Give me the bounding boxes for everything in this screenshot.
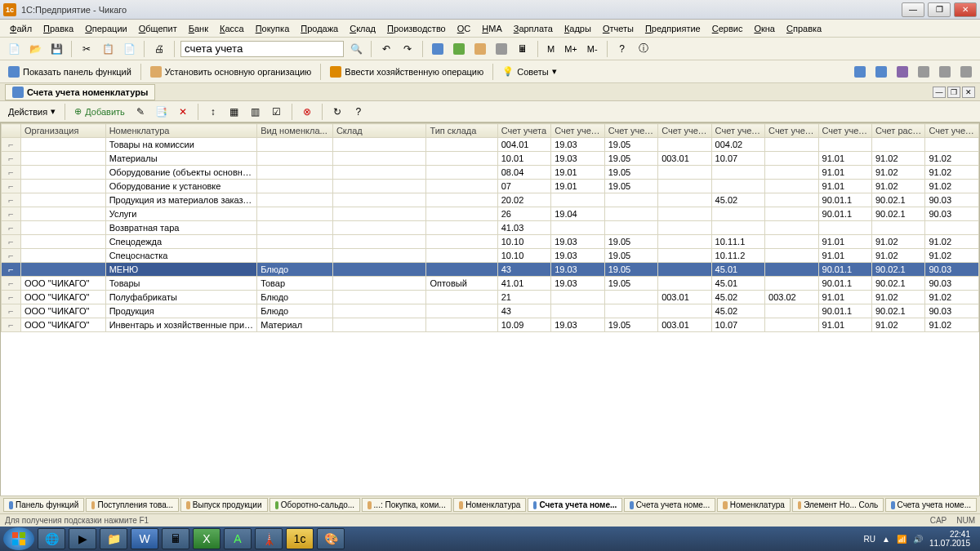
save-icon[interactable]: 💾 bbox=[47, 40, 65, 58]
m-button[interactable]: M bbox=[544, 40, 558, 58]
bottom-tab[interactable]: Номенклатура bbox=[717, 498, 791, 512]
table-cell[interactable] bbox=[21, 263, 106, 277]
table-cell[interactable]: 19.03 bbox=[551, 277, 604, 291]
table-cell[interactable] bbox=[711, 221, 764, 235]
table-cell[interactable] bbox=[658, 221, 711, 235]
menu-item[interactable]: Файл bbox=[5, 22, 37, 35]
table-cell[interactable]: ⌐ bbox=[2, 152, 21, 166]
table-row[interactable]: ⌐ООО "ЧИКАГО"ПолуфабрикатыБлюдо21003.014… bbox=[2, 291, 979, 304]
task-app[interactable]: A bbox=[224, 528, 252, 549]
task-excel[interactable]: X bbox=[193, 528, 220, 549]
table-cell[interactable]: 90.03 bbox=[925, 193, 979, 207]
bottom-tab[interactable]: Оборотно-сальдо... bbox=[270, 498, 361, 512]
column-header[interactable]: Номенклатура bbox=[105, 124, 256, 138]
table-cell[interactable]: 91.01 bbox=[818, 249, 871, 263]
table-cell[interactable] bbox=[872, 138, 925, 152]
table-cell[interactable]: ООО "ЧИКАГО" bbox=[21, 318, 106, 332]
task-1c[interactable]: 1c bbox=[286, 528, 314, 549]
table-row[interactable]: ⌐Услуги2619.0490.01.190.02.190.03 bbox=[2, 207, 979, 221]
table-cell[interactable]: 90.02.1 bbox=[872, 263, 925, 277]
table-cell[interactable] bbox=[658, 180, 711, 193]
tray-volume-icon[interactable]: 🔊 bbox=[913, 535, 923, 544]
search-icon[interactable]: 🔍 bbox=[347, 40, 365, 58]
table-cell[interactable]: 91.02 bbox=[872, 318, 925, 332]
table-cell[interactable]: 91.02 bbox=[925, 249, 979, 263]
info-icon[interactable]: ⓘ bbox=[635, 40, 653, 58]
table-cell[interactable]: 19.03 bbox=[551, 138, 604, 152]
mplus-button[interactable]: M+ bbox=[561, 40, 581, 58]
table-row[interactable]: ⌐Материалы10.0119.0319.05003.0110.0791.0… bbox=[2, 152, 979, 166]
table-cell[interactable]: 08.04 bbox=[497, 166, 550, 180]
table-cell[interactable] bbox=[765, 180, 818, 193]
table-cell[interactable]: 91.02 bbox=[925, 318, 979, 332]
table-cell[interactable]: 19.05 bbox=[604, 180, 657, 193]
table-cell[interactable]: 90.02.1 bbox=[872, 193, 925, 207]
table-cell[interactable] bbox=[658, 235, 711, 249]
table-cell[interactable] bbox=[257, 207, 333, 221]
table-cell[interactable]: ⌐ bbox=[2, 138, 21, 152]
help-icon[interactable]: ? bbox=[350, 103, 368, 121]
table-cell[interactable]: 90.02.1 bbox=[872, 207, 925, 221]
table-cell[interactable] bbox=[765, 249, 818, 263]
table-cell[interactable] bbox=[426, 318, 497, 332]
table-cell[interactable] bbox=[551, 291, 604, 304]
menu-item[interactable]: Окна bbox=[749, 22, 780, 35]
column-header[interactable]: Счет учет... bbox=[925, 124, 979, 138]
table-cell[interactable]: ООО "ЧИКАГО" bbox=[21, 304, 106, 318]
table-cell[interactable]: ⌐ bbox=[2, 277, 21, 291]
table-cell[interactable]: 91.02 bbox=[872, 249, 925, 263]
task-calc[interactable]: 🖩 bbox=[162, 528, 189, 549]
delete-icon[interactable]: ✕ bbox=[174, 103, 192, 121]
table-row[interactable]: ⌐Спецоснастка10.1019.0319.0510.11.291.01… bbox=[2, 249, 979, 263]
clear-filter-icon[interactable]: ⊗ bbox=[298, 103, 316, 121]
table-cell[interactable] bbox=[658, 207, 711, 221]
menu-item[interactable]: НМА bbox=[477, 22, 506, 35]
bottom-tab[interactable]: Панель функций bbox=[3, 498, 84, 512]
table-cell[interactable]: 10.07 bbox=[711, 318, 764, 332]
table-cell[interactable]: Услуги bbox=[105, 207, 256, 221]
new-icon[interactable]: 📄 bbox=[5, 40, 23, 58]
table-cell[interactable] bbox=[426, 166, 497, 180]
table-cell[interactable]: 90.02.1 bbox=[872, 304, 925, 318]
menu-item[interactable]: Продажа bbox=[296, 22, 343, 35]
table-cell[interactable]: 90.03 bbox=[925, 277, 979, 291]
table-cell[interactable]: 45.02 bbox=[711, 291, 764, 304]
table-cell[interactable]: ООО "ЧИКАГО" bbox=[21, 277, 106, 291]
table-cell[interactable]: 003.02 bbox=[765, 291, 818, 304]
table-cell[interactable]: 91.01 bbox=[818, 152, 871, 166]
table-cell[interactable] bbox=[332, 193, 426, 207]
table-cell[interactable]: Материал bbox=[257, 318, 333, 332]
table-cell[interactable] bbox=[765, 166, 818, 180]
table-cell[interactable] bbox=[711, 180, 764, 193]
table-cell[interactable] bbox=[332, 304, 426, 318]
table-cell[interactable]: 19.01 bbox=[551, 166, 604, 180]
table-cell[interactable]: 19.05 bbox=[604, 166, 657, 180]
table-row[interactable]: ⌐ООО "ЧИКАГО"ПродукцияБлюдо4345.0290.01.… bbox=[2, 304, 979, 318]
table-cell[interactable] bbox=[21, 249, 106, 263]
system-tray[interactable]: RU ▲ 📶 🔊 22:4111.07.2015 bbox=[864, 530, 977, 548]
table-cell[interactable] bbox=[257, 235, 333, 249]
table-cell[interactable] bbox=[426, 249, 497, 263]
table-cell[interactable] bbox=[658, 304, 711, 318]
table-cell[interactable]: Товары на комиссии bbox=[105, 138, 256, 152]
table-cell[interactable] bbox=[257, 249, 333, 263]
table-cell[interactable] bbox=[765, 304, 818, 318]
close-button[interactable]: ✕ bbox=[954, 2, 977, 17]
table-cell[interactable] bbox=[551, 193, 604, 207]
table-cell[interactable]: 91.02 bbox=[872, 152, 925, 166]
column-header[interactable]: Счет учета... bbox=[658, 124, 711, 138]
task-media[interactable]: ▶ bbox=[69, 528, 96, 549]
start-button[interactable] bbox=[3, 527, 34, 550]
table-cell[interactable]: 90.03 bbox=[925, 263, 979, 277]
tray-network-icon[interactable]: 📶 bbox=[897, 535, 906, 544]
table-cell[interactable]: 43 bbox=[497, 304, 550, 318]
table-cell[interactable]: 19.05 bbox=[604, 152, 657, 166]
menu-item[interactable]: Склад bbox=[345, 22, 381, 35]
table-cell[interactable]: 41.03 bbox=[497, 221, 550, 235]
column-header[interactable]: Тип склада bbox=[426, 124, 497, 138]
copy-icon[interactable]: 📋 bbox=[99, 40, 117, 58]
table-cell[interactable]: ⌐ bbox=[2, 291, 21, 304]
table-cell[interactable] bbox=[21, 207, 106, 221]
table-cell[interactable]: 20.02 bbox=[497, 193, 550, 207]
maximize-button[interactable]: ❐ bbox=[928, 2, 951, 17]
